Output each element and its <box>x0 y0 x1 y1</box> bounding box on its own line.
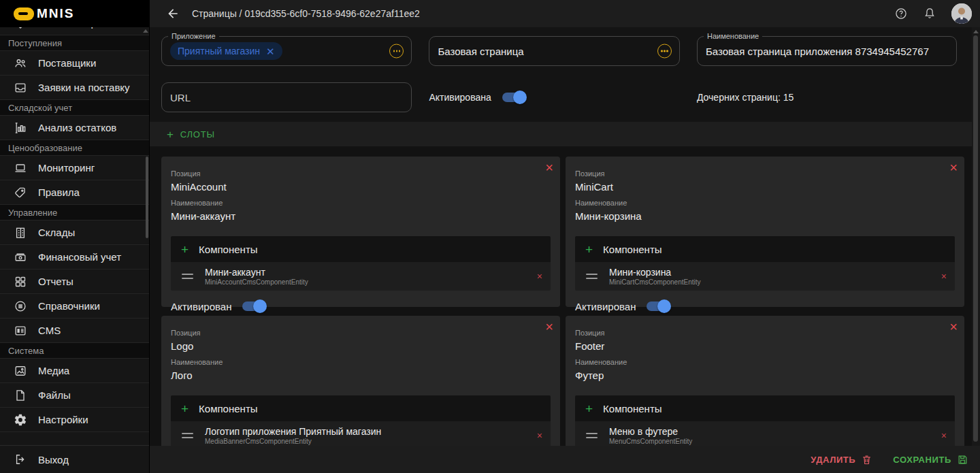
bell-icon[interactable] <box>923 7 936 20</box>
sidebar-item-favorites-lists[interactable]: Списки избранных <box>0 27 149 35</box>
money-icon <box>14 250 27 264</box>
sidebar-item-stock-analysis[interactable]: Анализ остатков <box>0 116 149 140</box>
sidebar-item-monitoring[interactable]: Мониторинг <box>0 156 149 180</box>
page-activated-toggle[interactable] <box>502 91 527 104</box>
drag-handle-icon[interactable] <box>586 433 598 438</box>
sidebar-menu: Списки избранных Поступления Поставщики … <box>0 27 149 445</box>
application-chip[interactable]: Приятный магазин ✕ <box>170 42 282 60</box>
base-page-options-icon[interactable] <box>657 44 672 59</box>
slot-activated-label: Активирован <box>171 301 231 312</box>
children-pages-count: Дочерних страниц: 15 <box>697 82 957 112</box>
plus-icon: + <box>181 243 189 256</box>
slot-card-minicart: × Позиция MiniCart Наименование Мини-кор… <box>566 157 964 307</box>
logout-icon <box>14 453 27 466</box>
add-component-button[interactable]: + Компоненты <box>575 236 955 262</box>
component-row[interactable]: Логотип приложения Приятный магазин Medi… <box>171 421 551 446</box>
avatar-image <box>951 3 972 24</box>
sidebar-section-pricing: Ценообразование <box>0 140 149 156</box>
sidebar-item-logout[interactable]: Выход <box>0 445 149 473</box>
slot-name-label: Наименование <box>575 199 955 207</box>
slot-activated-cell: Активирован <box>575 299 955 313</box>
users-icon <box>14 56 27 70</box>
drag-handle-icon[interactable] <box>182 274 193 279</box>
grid-icon <box>14 275 27 289</box>
content-scrollbar[interactable] <box>972 27 980 446</box>
slot-position-value: MiniCart <box>575 181 955 193</box>
sidebar-item-files[interactable]: Файлы <box>0 383 149 408</box>
sidebar-item-reports[interactable]: Отчеты <box>0 270 149 294</box>
media-icon <box>14 364 27 378</box>
close-icon[interactable]: × <box>545 161 553 174</box>
sidebar-scroll-up-arrow[interactable] <box>143 29 148 33</box>
close-icon[interactable]: × <box>537 431 542 440</box>
delete-button[interactable]: УДАЛИТЬ <box>811 454 872 466</box>
slot-name-label: Наименование <box>171 199 551 207</box>
component-row[interactable]: Мини-корзина MiniCartCmsComponentEntity … <box>575 262 955 291</box>
add-component-button[interactable]: + Компоненты <box>171 236 551 262</box>
component-text: Мини-аккаунт MiniAccountCmsComponentEnti… <box>205 267 308 286</box>
slot-position-label: Позиция <box>575 169 955 178</box>
sidebar-item-settings[interactable]: Настройки <box>0 408 149 432</box>
sidebar-item-financial-accounting[interactable]: Финансовый учет <box>0 245 149 270</box>
sidebar-item-supply-requests[interactable]: Заявки на поставку <box>0 76 149 100</box>
component-row[interactable]: Мини-аккаунт MiniAccountCmsComponentEnti… <box>171 262 551 291</box>
cms-icon <box>14 324 27 338</box>
slot-name-label: Наименование <box>171 358 551 366</box>
laptop-icon <box>14 161 27 175</box>
slot-activated-toggle[interactable] <box>242 299 267 313</box>
close-icon[interactable]: × <box>941 431 947 440</box>
avatar[interactable] <box>951 3 972 24</box>
component-row[interactable]: Меню в футере MenuCmsComponentEntity × <box>575 421 955 446</box>
add-slots-button[interactable]: + СЛОТЫ <box>167 129 215 140</box>
scroll-up-arrow[interactable] <box>973 30 979 33</box>
slot-name-value: Футер <box>575 370 955 381</box>
page-form: Приложение Приятный магазин ✕ Базовая ст… <box>150 27 980 122</box>
components-panel: + Компоненты Мини-корзина MiniCartCmsCom… <box>575 236 955 291</box>
list-circle-icon <box>14 299 27 313</box>
chip-remove-icon[interactable]: ✕ <box>266 46 275 56</box>
topbar-actions <box>894 3 980 24</box>
tag-icon <box>14 186 27 199</box>
components-panel: + Компоненты Мини-аккаунт MiniAccountCms… <box>171 236 551 291</box>
sidebar-section-system: Система <box>0 343 149 359</box>
url-field[interactable]: URL <box>161 82 412 112</box>
application-options-icon[interactable] <box>389 44 404 59</box>
sidebar-item-suppliers[interactable]: Поставщики <box>0 51 149 76</box>
save-button[interactable]: СОХРАНИТЬ <box>893 454 968 466</box>
slot-activated-toggle[interactable] <box>647 299 671 313</box>
component-text: Меню в футере MenuCmsComponentEntity <box>609 426 692 445</box>
slot-name-value: Мини-аккаунт <box>171 210 551 222</box>
close-icon[interactable]: × <box>545 320 553 333</box>
action-bar: УДАЛИТЬ СОХРАНИТЬ <box>150 446 980 473</box>
slot-name-label: Наименование <box>575 358 955 366</box>
sidebar-item-cms[interactable]: CMS <box>0 319 149 343</box>
sidebar-item-directories[interactable]: Справочники <box>0 294 149 319</box>
drag-handle-icon[interactable] <box>586 274 598 279</box>
close-icon[interactable]: × <box>537 272 542 281</box>
add-component-button[interactable]: + Компоненты <box>575 395 955 421</box>
app-logo[interactable]: MNIS <box>0 0 149 27</box>
back-arrow-icon[interactable] <box>166 7 180 20</box>
help-icon[interactable] <box>894 7 908 20</box>
sidebar-scrollbar[interactable] <box>146 157 148 238</box>
add-component-button[interactable]: + Компоненты <box>171 395 551 421</box>
components-panel: + Компоненты Логотип приложения Приятный… <box>171 395 551 446</box>
slot-card-footer: × Позиция Footer Наименование Футер + Ко… <box>566 316 964 446</box>
drag-handle-icon[interactable] <box>182 433 193 438</box>
topbar: Страницы / 019cd355-6cf0-7518-9496-62e27… <box>150 0 980 27</box>
close-icon[interactable]: × <box>941 272 947 281</box>
logo-o-icon <box>14 7 34 20</box>
sidebar-item-media[interactable]: Медиа <box>0 359 149 383</box>
sidebar-item-warehouses[interactable]: Склады <box>0 221 149 245</box>
application-field[interactable]: Приложение Приятный магазин ✕ <box>161 36 412 66</box>
scrollbar-thumb[interactable] <box>973 35 978 442</box>
close-icon[interactable]: × <box>949 161 958 174</box>
sidebar-item-rules[interactable]: Правила <box>0 180 149 205</box>
slot-position-label: Позиция <box>575 329 955 337</box>
url-field-placeholder: URL <box>170 92 191 103</box>
slot-position-value: MiniAccount <box>171 181 551 193</box>
name-field[interactable]: Наименование Базовая страница приложения… <box>697 36 957 66</box>
base-page-field[interactable]: Базовая страница <box>429 36 679 66</box>
close-icon[interactable]: × <box>949 320 958 333</box>
component-text: Мини-корзина MiniCartCmsComponentEntity <box>609 267 701 286</box>
